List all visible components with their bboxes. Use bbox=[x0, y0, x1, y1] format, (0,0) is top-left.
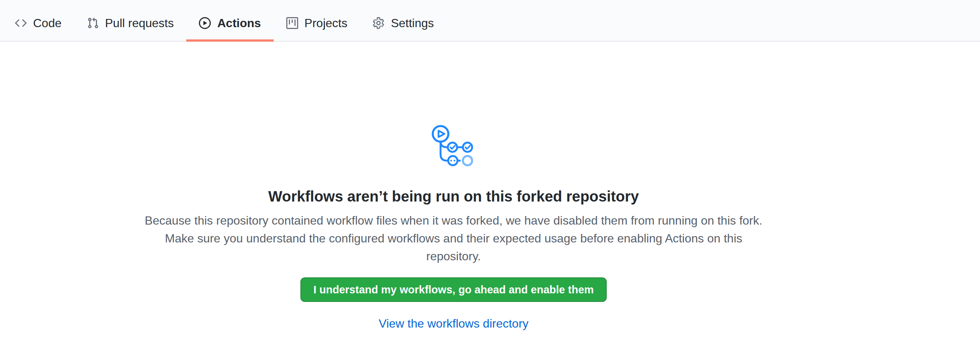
actions-disabled-page: Workflows aren’t being run on this forke… bbox=[0, 42, 907, 330]
play-circle-icon bbox=[199, 17, 211, 29]
gear-icon bbox=[372, 17, 384, 29]
button-row: I understand my workflows, go ahead and … bbox=[0, 277, 907, 302]
nav-tab-actions[interactable]: Actions bbox=[186, 5, 273, 41]
project-board-icon bbox=[286, 17, 298, 29]
code-icon bbox=[15, 17, 27, 29]
blankslate: Workflows aren’t being run on this forke… bbox=[0, 42, 907, 330]
nav-tab-label: Settings bbox=[391, 17, 434, 29]
nav-tab-label: Actions bbox=[217, 17, 261, 29]
nav-tab-pull-requests[interactable]: Pull requests bbox=[74, 5, 187, 41]
view-workflows-directory-link[interactable]: View the workflows directory bbox=[379, 317, 528, 330]
workflow-graph-icon bbox=[428, 121, 480, 173]
enable-workflows-button[interactable]: I understand my workflows, go ahead and … bbox=[301, 277, 607, 302]
nav-tab-code[interactable]: Code bbox=[2, 5, 74, 41]
link-row: View the workflows directory bbox=[0, 317, 907, 330]
repo-nav: Code Pull requests Actions Projects Sett… bbox=[0, 0, 980, 42]
pull-request-icon bbox=[87, 17, 99, 29]
page-title: Workflows aren’t being run on this forke… bbox=[0, 187, 907, 206]
blankslate-description: Because this repository contained workfl… bbox=[138, 211, 770, 265]
nav-tab-settings[interactable]: Settings bbox=[360, 5, 447, 41]
nav-tab-label: Code bbox=[33, 17, 62, 29]
nav-tab-label: Pull requests bbox=[105, 17, 174, 29]
nav-tab-projects[interactable]: Projects bbox=[274, 5, 360, 41]
nav-tab-label: Projects bbox=[304, 17, 348, 29]
